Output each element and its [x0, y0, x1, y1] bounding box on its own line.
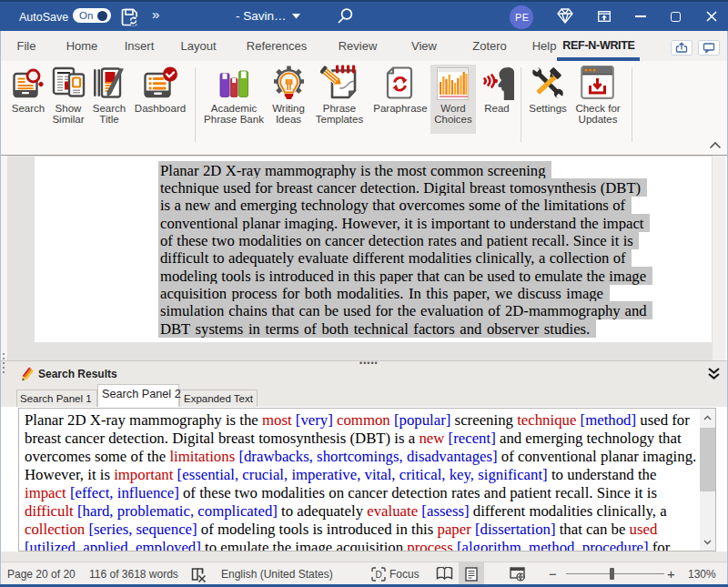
svg-text:D: D: [376, 570, 382, 580]
